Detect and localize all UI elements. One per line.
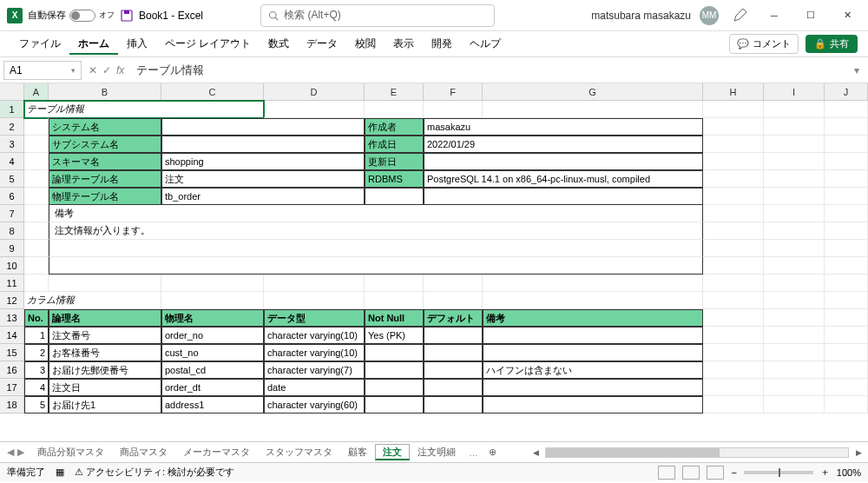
ribbon-tab-5[interactable]: データ (298, 34, 346, 53)
row-header-6[interactable]: 6 (0, 188, 24, 205)
cell[interactable] (764, 344, 825, 361)
cell[interactable] (764, 118, 825, 136)
cell[interactable]: スキーマ名 (49, 153, 161, 170)
cell[interactable] (264, 292, 365, 309)
row-header-2[interactable]: 2 (0, 118, 24, 136)
cell[interactable]: 論理名 (49, 309, 161, 327)
row-header-8[interactable]: 8 (0, 222, 24, 240)
ribbon-tab-9[interactable]: ヘルプ (461, 34, 510, 53)
cell[interactable] (703, 396, 764, 414)
cell[interactable] (764, 309, 825, 327)
cell[interactable]: cust_no (161, 344, 264, 361)
cell[interactable]: 5 (24, 396, 49, 414)
row-header-15[interactable]: 15 (0, 344, 24, 361)
comment-button[interactable]: 💬 コメント (729, 34, 799, 54)
cell[interactable]: 1 (24, 327, 49, 344)
cell[interactable] (703, 188, 764, 205)
cell[interactable] (825, 344, 868, 361)
cell[interactable] (825, 257, 868, 275)
hscroll-right-button[interactable]: ▶ (852, 447, 865, 459)
row-header-16[interactable]: 16 (0, 361, 24, 379)
cell[interactable]: 3 (24, 361, 49, 379)
cell[interactable] (424, 292, 483, 309)
cell[interactable] (703, 205, 764, 222)
cell[interactable] (825, 309, 868, 327)
row-header-4[interactable]: 4 (0, 153, 24, 170)
cell[interactable]: 作成日 (365, 136, 424, 153)
cell[interactable] (764, 275, 825, 292)
cell[interactable] (703, 309, 764, 327)
cell[interactable]: character varying(10) (264, 327, 365, 344)
zoom-slider[interactable] (744, 471, 813, 474)
cell[interactable] (483, 292, 703, 309)
cell[interactable] (365, 379, 424, 396)
ribbon-tab-6[interactable]: 校閲 (346, 34, 385, 53)
cell[interactable]: 物理テーブル名 (49, 188, 161, 205)
cell[interactable]: masakazu (424, 118, 703, 136)
cell[interactable] (49, 240, 703, 257)
cell[interactable] (483, 379, 703, 396)
cell[interactable] (703, 361, 764, 379)
cell[interactable] (825, 188, 868, 205)
zoom-level[interactable]: 100% (837, 467, 861, 478)
cell[interactable] (703, 136, 764, 153)
sheet-tab-6[interactable]: 注文明細 (410, 444, 464, 460)
cell[interactable]: Yes (PK) (365, 327, 424, 344)
cell[interactable] (365, 361, 424, 379)
note-text[interactable]: 注文情報が入ります。 (49, 222, 703, 240)
cell[interactable]: データ型 (264, 309, 365, 327)
sheet-tab-0[interactable]: 商品分類マスタ (30, 444, 112, 460)
row-header-11[interactable]: 11 (0, 275, 24, 292)
cell[interactable] (424, 275, 483, 292)
cell[interactable] (24, 205, 49, 222)
confirm-icon[interactable]: ✓ (102, 64, 111, 76)
cell[interactable] (764, 136, 825, 153)
cell[interactable] (764, 257, 825, 275)
cell[interactable] (483, 275, 703, 292)
stats-icon[interactable]: ▦ (56, 466, 64, 478)
cell[interactable] (24, 188, 49, 205)
cell[interactable]: 注文 (161, 170, 365, 188)
row-header-7[interactable]: 7 (0, 205, 24, 222)
cell[interactable]: 注文日 (49, 379, 161, 396)
cell[interactable] (703, 153, 764, 170)
save-icon[interactable] (120, 9, 134, 23)
cell[interactable] (825, 292, 868, 309)
hscroll-left-button[interactable]: ◀ (529, 447, 542, 459)
sheet-prev-icon[interactable]: ◀ (7, 447, 14, 458)
sheet-tab-3[interactable]: スタッフマスタ (258, 444, 340, 460)
cell[interactable] (825, 170, 868, 188)
cell[interactable]: 論理テーブル名 (49, 170, 161, 188)
row-header-9[interactable]: 9 (0, 240, 24, 257)
zoom-out-button[interactable]: − (731, 467, 736, 478)
sheet-tab-4[interactable]: 顧客 (340, 444, 375, 460)
fx-icon[interactable]: fx (116, 64, 124, 76)
cell[interactable] (483, 101, 703, 118)
cell[interactable] (825, 153, 868, 170)
zoom-in-button[interactable]: ＋ (820, 466, 830, 479)
cancel-icon[interactable]: ✕ (89, 64, 97, 76)
sheet-tab-5[interactable]: 注文 (375, 444, 410, 460)
cell[interactable] (764, 361, 825, 379)
ribbon-tab-4[interactable]: 数式 (260, 34, 298, 53)
formula-input[interactable]: テーブル情報 (131, 61, 845, 80)
ribbon-tab-8[interactable]: 開発 (423, 34, 461, 53)
cell[interactable] (264, 275, 365, 292)
cell[interactable]: お届け先郵便番号 (49, 361, 161, 379)
cell[interactable] (483, 396, 703, 414)
cell[interactable] (703, 101, 764, 118)
col-header-G[interactable]: G (483, 83, 703, 101)
cell[interactable]: character varying(60) (264, 396, 365, 414)
cell[interactable] (49, 275, 161, 292)
cell[interactable]: character varying(7) (264, 361, 365, 379)
cell[interactable]: postal_cd (161, 361, 264, 379)
cell[interactable]: 備考 (483, 309, 703, 327)
cell[interactable] (764, 292, 825, 309)
cell[interactable] (365, 292, 424, 309)
toggle-icon[interactable] (69, 10, 95, 22)
col-header-F[interactable]: F (424, 83, 483, 101)
cell[interactable] (483, 344, 703, 361)
section-title-columns[interactable]: カラム情報 (24, 292, 161, 309)
cell[interactable]: No. (24, 309, 49, 327)
cell[interactable] (264, 101, 365, 118)
